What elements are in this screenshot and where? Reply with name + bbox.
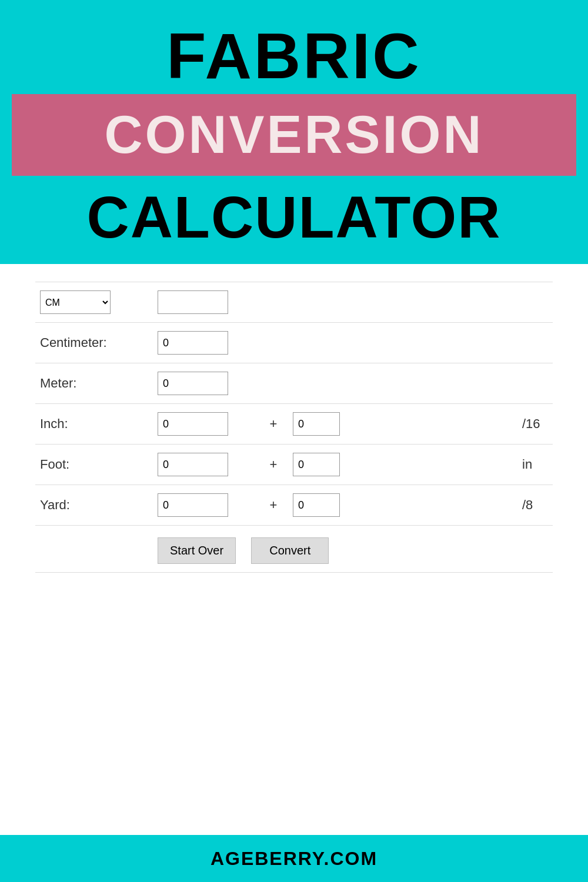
meter-label: Meter: <box>35 363 153 404</box>
yard-input-cell[interactable] <box>153 485 259 526</box>
yard-input[interactable] <box>158 493 228 517</box>
inch-input[interactable] <box>158 412 228 436</box>
foot-row: Foot: + in <box>35 445 553 485</box>
calc-table: CM INCH FOOT YARD METER Centimeter: <box>35 282 553 573</box>
spacer <box>0 579 588 835</box>
header: FABRIC CONVERSION CALCULATOR <box>0 0 588 264</box>
buttons-cell: Start Over Convert <box>153 526 553 573</box>
foot-input[interactable] <box>158 453 228 476</box>
yard-label: Yard: <box>35 485 153 526</box>
yard-unit: /8 <box>517 485 553 526</box>
yard-plus: + <box>259 485 288 526</box>
foot-label: Foot: <box>35 445 153 485</box>
foot-fraction-cell[interactable] <box>288 445 517 485</box>
main-input[interactable] <box>158 290 228 314</box>
centimeter-label: Centimeter: <box>35 323 153 363</box>
inch-unit: /16 <box>517 404 553 445</box>
foot-plus: + <box>259 445 288 485</box>
inch-label: Inch: <box>35 404 153 445</box>
main-input-cell[interactable] <box>153 282 259 323</box>
centimeter-input-cell[interactable] <box>153 323 259 363</box>
title-banner: CONVERSION <box>12 94 576 176</box>
inch-fraction-cell[interactable] <box>288 404 517 445</box>
footer: AGEBERRY.COM <box>0 835 588 882</box>
foot-unit: in <box>517 445 553 485</box>
footer-site: AGEBERRY.COM <box>211 848 377 870</box>
title-fabric: FABRIC <box>166 24 421 88</box>
unit-select-row: CM INCH FOOT YARD METER <box>35 282 553 323</box>
meter-row: Meter: <box>35 363 553 404</box>
title-conversion: CONVERSION <box>104 105 483 164</box>
centimeter-input[interactable] <box>158 331 228 355</box>
foot-input-cell[interactable] <box>153 445 259 485</box>
yard-fraction-cell[interactable] <box>288 485 517 526</box>
unit-select[interactable]: CM INCH FOOT YARD METER <box>40 290 111 314</box>
yard-row: Yard: + /8 <box>35 485 553 526</box>
calculator-section: CM INCH FOOT YARD METER Centimeter: <box>0 264 588 579</box>
inch-input-cell[interactable] <box>153 404 259 445</box>
title-calculator: CALCULATOR <box>86 176 501 264</box>
meter-input[interactable] <box>158 372 228 395</box>
centimeter-row: Centimeter: <box>35 323 553 363</box>
foot-fraction-input[interactable] <box>293 453 340 476</box>
inch-fraction-input[interactable] <box>293 412 340 436</box>
unit-select-cell[interactable]: CM INCH FOOT YARD METER <box>35 282 153 323</box>
convert-button[interactable]: Convert <box>251 537 329 564</box>
inch-plus: + <box>259 404 288 445</box>
inch-row: Inch: + /16 <box>35 404 553 445</box>
meter-input-cell[interactable] <box>153 363 259 404</box>
buttons-row: Start Over Convert <box>35 526 553 573</box>
yard-fraction-input[interactable] <box>293 493 340 517</box>
start-over-button[interactable]: Start Over <box>158 537 236 564</box>
